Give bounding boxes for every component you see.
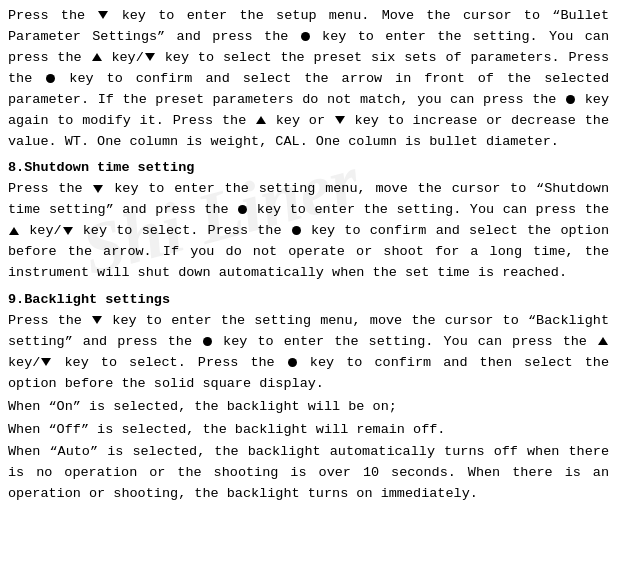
circle-icon-2 <box>46 74 55 83</box>
circle-icon-5 <box>292 226 301 235</box>
intro-paragraph: Press the key to enter the setup menu. M… <box>8 6 609 152</box>
arrow-down-icon-7 <box>41 358 51 366</box>
arrow-down-icon <box>98 11 108 19</box>
circle-icon-7 <box>288 358 297 367</box>
arrow-up-icon-3 <box>9 227 19 235</box>
section-9-heading: 9.Backlight settings <box>8 290 609 311</box>
circle-icon-3 <box>566 95 575 104</box>
arrow-down-icon-3 <box>335 116 345 124</box>
arrow-down-icon-4 <box>93 185 103 193</box>
section-8-paragraph: Press the key to enter the setting menu,… <box>8 179 609 284</box>
arrow-down-icon-6 <box>92 316 102 324</box>
circle-icon-6 <box>203 337 212 346</box>
arrow-up-icon-4 <box>598 337 608 345</box>
section-9-off-text: When “Off” is selected, the backlight wi… <box>8 420 609 441</box>
section-9-auto-text: When “Auto” is selected, the backlight a… <box>8 442 609 505</box>
arrow-down-icon-2 <box>145 53 155 61</box>
arrow-up-icon <box>92 53 102 61</box>
section-9-on-text: When “On” is selected, the backlight wil… <box>8 397 609 418</box>
section-8-heading: 8.Shutdown time setting <box>8 158 609 179</box>
arrow-up-icon-2 <box>256 116 266 124</box>
section-9-paragraph: Press the key to enter the setting menu,… <box>8 311 609 395</box>
main-content: Press the key to enter the setup menu. M… <box>8 6 609 505</box>
circle-icon-4 <box>238 205 247 214</box>
arrow-down-icon-5 <box>63 227 73 235</box>
circle-icon <box>301 32 310 41</box>
